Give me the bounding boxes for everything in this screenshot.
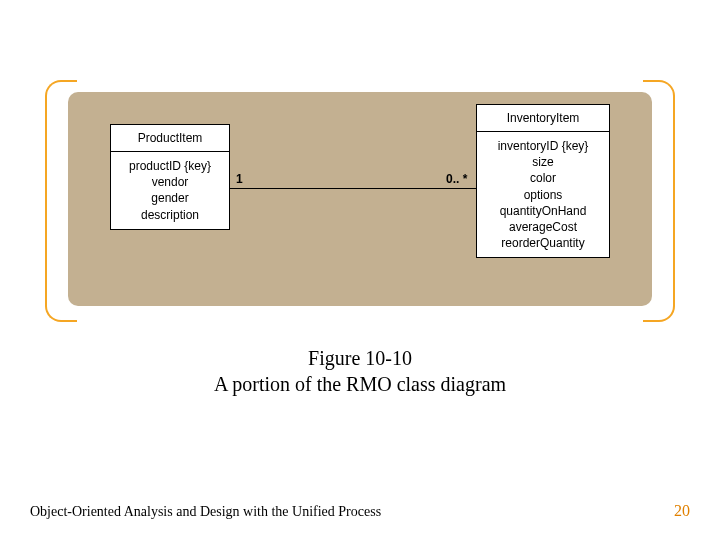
class-product-item: ProductItem productID {key} vendor gende… bbox=[110, 124, 230, 230]
attr: color bbox=[487, 170, 599, 186]
multiplicity-left: 1 bbox=[236, 172, 243, 186]
class-name: InventoryItem bbox=[477, 105, 609, 132]
caption-line2: A portion of the RMO class diagram bbox=[0, 371, 720, 397]
attr: vendor bbox=[121, 174, 219, 190]
caption-line1: Figure 10-10 bbox=[0, 345, 720, 371]
attr: inventoryID {key} bbox=[487, 138, 599, 154]
multiplicity-right: 0.. * bbox=[446, 172, 467, 186]
attr: averageCost bbox=[487, 219, 599, 235]
class-inventory-item: InventoryItem inventoryID {key} size col… bbox=[476, 104, 610, 258]
attr: productID {key} bbox=[121, 158, 219, 174]
diagram-panel: ProductItem productID {key} vendor gende… bbox=[68, 92, 652, 306]
attr: quantityOnHand bbox=[487, 203, 599, 219]
footer-left: Object-Oriented Analysis and Design with… bbox=[30, 504, 381, 520]
attr: description bbox=[121, 207, 219, 223]
class-name: ProductItem bbox=[111, 125, 229, 152]
attr: gender bbox=[121, 190, 219, 206]
attr: options bbox=[487, 187, 599, 203]
attr: reorderQuantity bbox=[487, 235, 599, 251]
association-line bbox=[230, 188, 476, 189]
class-attrs: inventoryID {key} size color options qua… bbox=[477, 132, 609, 257]
class-attrs: productID {key} vendor gender descriptio… bbox=[111, 152, 229, 229]
slide: ProductItem productID {key} vendor gende… bbox=[0, 0, 720, 540]
figure-caption: Figure 10-10 A portion of the RMO class … bbox=[0, 345, 720, 397]
page-number: 20 bbox=[674, 502, 690, 520]
attr: size bbox=[487, 154, 599, 170]
